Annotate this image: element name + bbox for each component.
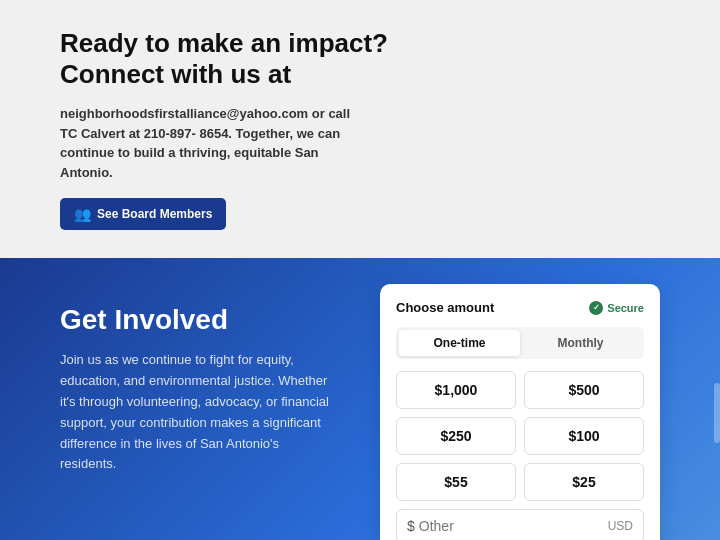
scrollbar[interactable] [714, 383, 720, 443]
dollar-sign: $ [407, 518, 415, 534]
amount-button-1000[interactable]: $1,000 [396, 371, 516, 409]
page-title: Ready to make an impact? Connect with us… [60, 28, 660, 90]
amount-button-250[interactable]: $250 [396, 417, 516, 455]
secure-badge: ✓ Secure [589, 301, 644, 315]
board-icon: 👥 [74, 206, 91, 222]
widget-header: Choose amount ✓ Secure [396, 300, 644, 315]
other-amount-row: $ USD [396, 509, 644, 540]
contact-body: neighborhoodsfirstalliance@yahoo.com or … [60, 104, 360, 182]
amount-button-500[interactable]: $500 [524, 371, 644, 409]
get-involved-title: Get Involved [60, 304, 380, 336]
amount-grid: $1,000 $500 $250 $100 $55 $25 [396, 371, 644, 501]
bottom-section: Get Involved Join us as we continue to f… [0, 258, 720, 540]
tab-one-time[interactable]: One-time [399, 330, 520, 356]
get-involved-body: Join us as we continue to fight for equi… [60, 350, 330, 475]
amount-button-100[interactable]: $100 [524, 417, 644, 455]
top-section: Ready to make an impact? Connect with us… [0, 0, 720, 258]
currency-label: USD [608, 519, 633, 533]
amount-button-55[interactable]: $55 [396, 463, 516, 501]
donation-widget: Choose amount ✓ Secure One-time Monthly … [380, 284, 660, 540]
tab-monthly[interactable]: Monthly [520, 330, 641, 356]
frequency-tabs: One-time Monthly [396, 327, 644, 359]
get-involved-content: Get Involved Join us as we continue to f… [60, 294, 380, 475]
amount-button-25[interactable]: $25 [524, 463, 644, 501]
choose-amount-label: Choose amount [396, 300, 494, 315]
see-board-members-button[interactable]: 👥 See Board Members [60, 198, 226, 230]
shield-icon: ✓ [589, 301, 603, 315]
other-amount-input[interactable] [419, 518, 608, 534]
